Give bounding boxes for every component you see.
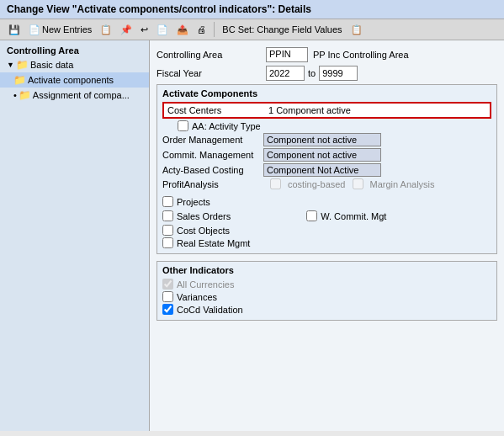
content-area: Controlling Area PPIN PP Inc Controlling… bbox=[150, 40, 504, 431]
all-currencies-checkbox bbox=[162, 279, 173, 290]
folder-icon: 📁 bbox=[16, 59, 29, 71]
export-icon: 📤 bbox=[177, 24, 188, 35]
w-commit-mgt-checkbox[interactable] bbox=[306, 210, 317, 221]
other-indicators-title: Other Indicators bbox=[162, 265, 491, 275]
variances-row: Variances bbox=[162, 291, 491, 302]
controlling-area-label: Controlling Area bbox=[157, 50, 266, 60]
margin-analysis-checkbox bbox=[353, 178, 363, 189]
cost-centers-value: 1 Component active bbox=[268, 105, 351, 115]
activate-components-section: Activate Components Cost Centers 1 Compo… bbox=[157, 84, 497, 254]
fiscal-year-from-input[interactable] bbox=[266, 66, 305, 81]
controlling-area-name: PP Inc Controlling Area bbox=[313, 50, 409, 60]
order-management-label: Order Management bbox=[162, 135, 263, 145]
sales-orders-label: Sales Orders bbox=[177, 211, 231, 221]
controlling-area-row: Controlling Area PPIN PP Inc Controlling… bbox=[157, 47, 497, 62]
commit-management-row: Commit. Management Component not active bbox=[162, 148, 491, 162]
controlling-area-code: PPIN bbox=[266, 47, 308, 62]
cocd-validation-label: CoCd Validation bbox=[177, 305, 243, 315]
fiscal-year-to-label: to bbox=[308, 68, 316, 78]
real-estate-mgmt-checkbox-row: Real Estate Mgmt bbox=[162, 237, 491, 248]
print-icon: 🖨 bbox=[197, 24, 206, 35]
sidebar-item-label-activate: Activate components bbox=[28, 75, 114, 85]
tree-arrow-icon: ▼ bbox=[7, 61, 14, 69]
real-estate-mgmt-checkbox[interactable] bbox=[162, 237, 173, 248]
commit-management-label: Commit. Management bbox=[162, 150, 263, 160]
new-entries-icon: 📄 bbox=[29, 24, 40, 35]
cost-objects-checkbox-row: Cost Objects bbox=[162, 225, 491, 236]
variances-checkbox[interactable] bbox=[162, 291, 173, 302]
cost-centers-label: Cost Centers bbox=[167, 105, 268, 115]
sales-orders-checkbox-row: Sales Orders bbox=[162, 210, 231, 221]
costing-based-checkbox bbox=[270, 178, 281, 189]
aa-activity-type-checkbox[interactable] bbox=[178, 120, 188, 131]
export-button[interactable]: 📤 bbox=[173, 23, 192, 37]
fiscal-year-row: Fiscal Year to bbox=[157, 66, 497, 81]
save-button[interactable]: 💾 bbox=[5, 23, 24, 37]
paste-icon: 📌 bbox=[120, 24, 132, 35]
activate-components-title: Activate Components bbox=[162, 88, 491, 98]
sidebar-header: Controlling Area bbox=[0, 44, 149, 57]
costing-based-label: costing-based bbox=[288, 179, 346, 189]
projects-row: Projects bbox=[162, 196, 491, 209]
fiscal-year-label: Fiscal Year bbox=[157, 68, 266, 78]
acty-based-costing-label: Acty-Based Costing bbox=[162, 165, 263, 175]
commit-management-value: Component not active bbox=[263, 148, 381, 162]
projects-checkbox[interactable] bbox=[162, 196, 173, 207]
cost-objects-label: Cost Objects bbox=[177, 226, 230, 236]
dot-icon: • bbox=[13, 90, 17, 100]
order-management-value: Component not active bbox=[263, 133, 381, 146]
profit-analysis-checks: costing-based Margin Analysis bbox=[270, 178, 435, 189]
sales-orders-row: Sales Orders W. Commit. Mgt bbox=[162, 210, 491, 223]
all-currencies-label: All Currencies bbox=[177, 279, 234, 290]
projects-label: Projects bbox=[177, 197, 210, 207]
doc-icon: 📄 bbox=[157, 24, 168, 35]
cocd-validation-checkbox[interactable] bbox=[162, 304, 173, 315]
bc-set-extra-icon: 📋 bbox=[351, 24, 363, 35]
bc-set-extra-button[interactable]: 📋 bbox=[347, 23, 366, 37]
sales-orders-checkbox[interactable] bbox=[162, 210, 173, 221]
paste-button[interactable]: 📌 bbox=[117, 23, 135, 37]
sidebar-item-activate-components[interactable]: 📁 Activate components bbox=[0, 72, 149, 88]
main-area: Controlling Area ▼ 📁 Basic data 📁 Activa… bbox=[0, 40, 504, 431]
variances-label: Variances bbox=[177, 292, 217, 302]
new-entries-button[interactable]: 📄 New Entries bbox=[25, 23, 95, 37]
order-management-row: Order Management Component not active bbox=[162, 133, 491, 146]
undo-icon: ↩ bbox=[141, 24, 148, 35]
sidebar-item-label-basic: Basic data bbox=[30, 60, 73, 70]
toolbar-separator bbox=[214, 22, 215, 37]
profit-analysis-row: ProfitAnalysis costing-based Margin Anal… bbox=[162, 178, 491, 189]
doc-button[interactable]: 📄 bbox=[153, 23, 172, 37]
save-icon: 💾 bbox=[8, 24, 20, 35]
cost-objects-checkbox[interactable] bbox=[162, 225, 173, 236]
aa-activity-type-row: AA: Activity Type bbox=[162, 120, 491, 131]
sidebar: Controlling Area ▼ 📁 Basic data 📁 Activa… bbox=[0, 40, 150, 431]
w-commit-mgt-checkbox-row: W. Commit. Mgt bbox=[306, 210, 386, 221]
new-entries-label: New Entries bbox=[42, 24, 92, 35]
bc-set-label: BC Set: Change Field Values bbox=[222, 24, 342, 35]
sidebar-item-basic-data[interactable]: ▼ 📁 Basic data bbox=[0, 57, 149, 72]
print-button[interactable]: 🖨 bbox=[194, 23, 210, 36]
other-indicators-section: Other Indicators All Currencies Variance… bbox=[157, 261, 497, 321]
page-title: Change View "Activate components/control… bbox=[7, 3, 311, 15]
acty-based-costing-row: Acty-Based Costing Component Not Active bbox=[162, 163, 491, 177]
acty-based-costing-value: Component Not Active bbox=[263, 163, 381, 177]
toolbar: 💾 📄 New Entries 📋 📌 ↩ 📄 📤 🖨 BC Set: Chan… bbox=[0, 19, 504, 40]
cocd-validation-row: CoCd Validation bbox=[162, 304, 491, 315]
fiscal-year-to-input[interactable] bbox=[319, 66, 358, 81]
sidebar-item-assignment[interactable]: • 📁 Assignment of compa... bbox=[0, 88, 149, 103]
folder-icon-2: 📁 bbox=[13, 74, 26, 86]
undo-button[interactable]: ↩ bbox=[137, 23, 151, 37]
copy-icon: 📋 bbox=[100, 24, 112, 35]
profit-analysis-label: ProfitAnalysis bbox=[162, 179, 263, 189]
folder-icon-3: 📁 bbox=[19, 89, 31, 101]
cost-centers-row: Cost Centers 1 Component active bbox=[162, 102, 491, 119]
w-commit-mgt-label: W. Commit. Mgt bbox=[321, 211, 386, 221]
bc-set-button[interactable]: BC Set: Change Field Values bbox=[219, 23, 345, 36]
real-estate-mgmt-label: Real Estate Mgmt bbox=[177, 238, 250, 248]
copy-button[interactable]: 📋 bbox=[97, 23, 115, 37]
aa-activity-type-label: AA: Activity Type bbox=[192, 121, 261, 131]
sidebar-item-label-assignment: Assignment of compa... bbox=[33, 90, 130, 100]
all-currencies-row: All Currencies bbox=[162, 279, 491, 290]
projects-checkbox-row: Projects bbox=[162, 196, 210, 207]
margin-analysis-label: Margin Analysis bbox=[370, 179, 435, 189]
